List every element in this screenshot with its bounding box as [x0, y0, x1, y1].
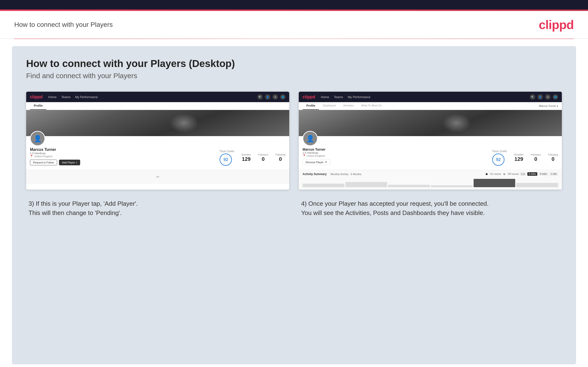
right-avatar: 👤 — [303, 131, 318, 146]
chart-bar-1 — [303, 184, 345, 187]
left-following-value: 0 — [276, 156, 285, 162]
caption-right-text: 4) Once your Player has accepted your re… — [301, 199, 560, 217]
left-banner-image — [26, 110, 289, 136]
left-followers-value: 0 — [258, 156, 268, 162]
chart-bar-2 — [345, 182, 387, 187]
page-header: How to connect with your Players clippd — [0, 11, 588, 39]
left-stat-followers: Followers 0 — [258, 153, 268, 162]
right-tab-dashboard[interactable]: Dashboard — [319, 102, 339, 110]
on-course-legend-dot — [486, 173, 488, 175]
left-activities-label: Activities — [242, 153, 251, 156]
right-player-dropdown[interactable]: Marcus Turner ▾ — [539, 105, 558, 108]
right-stats-row: Player Quality 92 Activities 129 Followe… — [492, 148, 558, 166]
remove-player-button[interactable]: Remove Player ✕ — [303, 159, 330, 165]
right-tab-activities[interactable]: Activities — [339, 102, 357, 110]
chart-bar-5 — [474, 179, 515, 187]
right-activity-legend: On course Off course — [486, 173, 519, 175]
left-profile-info-row: Marcus Turner 1-5 Handicap 📍 United King… — [30, 148, 285, 166]
caption-section: 3) If this is your Player tap, 'Add Play… — [26, 199, 562, 217]
add-player-button[interactable]: Add Player + — [59, 160, 80, 165]
search-icon[interactable]: 🔍 — [257, 94, 263, 100]
right-activity-summary: Activity Summary Monthly Activity · 6 Mo… — [299, 170, 562, 190]
request-follow-button[interactable]: Request to Follow — [30, 160, 57, 165]
right-nav-icons: 🔍 👤 ⚙ 🌐 — [530, 94, 558, 100]
left-avatar: 👤 — [30, 131, 45, 146]
left-nav-icons: 🔍 👤 ⚙ 🌐 — [257, 94, 285, 100]
right-globe-icon[interactable]: 🌐 — [553, 94, 558, 100]
page-subheading: Find and connect with your Players — [26, 72, 562, 80]
right-activities-value: 129 — [514, 156, 524, 162]
left-quality-circle: 92 — [220, 153, 232, 166]
right-user-icon[interactable]: 👤 — [537, 94, 543, 100]
right-stat-following: Following 0 — [548, 153, 558, 162]
left-quality-label: Player Quality — [220, 150, 234, 152]
caption-left-text: 3) If this is your Player tap, 'Add Play… — [28, 199, 287, 217]
left-stat-activities: Activities 129 — [242, 153, 251, 162]
chart-bar-4 — [431, 185, 473, 187]
left-app-nav: clippd Home Teams My Performance 🔍 👤 ⚙ 🌐 — [26, 92, 289, 102]
left-profile-content: 👤 Marcus Turner 1-5 Handicap 📍 United Ki… — [26, 136, 289, 170]
right-stat-activities: Activities 129 — [514, 153, 524, 162]
right-activity-header: Activity Summary Monthly Activity · 6 Mo… — [303, 172, 558, 176]
left-nav-myperformance[interactable]: My Performance — [75, 95, 98, 99]
left-activities-value: 129 — [242, 156, 251, 162]
right-quality-label: Player Quality — [492, 150, 507, 152]
main-content: How to connect with your Players (Deskto… — [12, 46, 576, 364]
right-settings-icon[interactable]: ⚙ — [545, 94, 550, 100]
time-btn-3mths[interactable]: 3 mths — [538, 172, 548, 176]
clippd-logo: clippd — [539, 17, 574, 32]
time-btn-6mths[interactable]: 6 mths — [527, 172, 537, 176]
right-nav-myperformance[interactable]: My Performance — [348, 95, 370, 99]
left-stat-following: Following 0 — [276, 153, 285, 162]
left-nav-teams[interactable]: Teams — [61, 95, 70, 99]
right-chart-bars — [303, 178, 558, 187]
right-app-tabs: Profile Dashboard Activities What To Wor… — [299, 102, 562, 110]
left-tab-profile[interactable]: Profile — [30, 102, 46, 110]
right-player-buttons: Remove Player ✕ — [303, 159, 487, 165]
off-course-legend-dot — [503, 173, 505, 175]
right-followers-value: 0 — [531, 156, 541, 162]
right-banner-image — [299, 110, 562, 136]
left-player-name: Marcus Turner — [30, 148, 215, 152]
left-stats-row: Player Quality 92 Activities 129 Followe… — [220, 148, 285, 166]
settings-icon[interactable]: ⚙ — [273, 94, 278, 100]
right-following-value: 0 — [548, 156, 558, 162]
right-tab-profile[interactable]: Profile — [303, 102, 319, 110]
left-quality-wrap: Player Quality 92 — [220, 150, 234, 166]
user-icon[interactable]: 👤 — [265, 94, 270, 100]
right-tab-what-to-work-on[interactable]: What To Work On — [357, 102, 386, 110]
right-nav-teams[interactable]: Teams — [334, 95, 343, 99]
chart-bar-6 — [516, 183, 558, 187]
page-title: How to connect with your Players — [14, 21, 113, 28]
left-avatar-icon: 👤 — [34, 135, 42, 142]
off-course-legend-label: Off course — [508, 173, 519, 175]
on-course-legend-label: On course — [490, 173, 501, 175]
left-app-logo: clippd — [30, 94, 43, 100]
left-player-buttons: Request to Follow Add Player + — [30, 160, 215, 165]
right-stat-followers: Followers 0 — [531, 153, 541, 162]
screenshot-right: clippd Home Teams My Performance 🔍 👤 ⚙ 🌐… — [299, 92, 562, 190]
right-app-logo: clippd — [303, 94, 315, 100]
right-following-label: Following — [548, 153, 558, 156]
scissors-icon: ✂ — [156, 174, 160, 180]
left-following-label: Following — [276, 153, 285, 156]
right-followers-label: Followers — [531, 153, 541, 156]
right-nav-home[interactable]: Home — [321, 95, 329, 99]
right-quality-circle: 92 — [492, 153, 504, 166]
left-nav-home[interactable]: Home — [48, 95, 57, 99]
screenshot-left: clippd Home Teams My Performance 🔍 👤 ⚙ 🌐… — [26, 92, 289, 190]
left-player-location: 📍 United Kingdom — [30, 155, 215, 158]
right-activity-controls: On course Off course 1 yr 6 mths 3 mths … — [486, 172, 558, 176]
right-profile-info-row: Marcus Turner 1-5 Handicap 📍 United King… — [303, 148, 558, 166]
chart-bar-3 — [388, 185, 430, 187]
caption-right: 4) Once your Player has accepted your re… — [299, 199, 562, 217]
time-btn-1yr[interactable]: 1 yr — [519, 172, 526, 176]
right-activity-period: Monthly Activity · 6 Months — [330, 173, 361, 175]
right-activity-title: Activity Summary — [303, 172, 327, 176]
globe-icon[interactable]: 🌐 — [280, 94, 285, 100]
page-heading: How to connect with your Players (Deskto… — [26, 58, 562, 69]
right-search-icon[interactable]: 🔍 — [530, 94, 535, 100]
right-profile-banner — [299, 110, 562, 136]
time-btn-1mth[interactable]: 1 mth — [549, 172, 558, 176]
right-app-nav: clippd Home Teams My Performance 🔍 👤 ⚙ 🌐 — [299, 92, 562, 102]
